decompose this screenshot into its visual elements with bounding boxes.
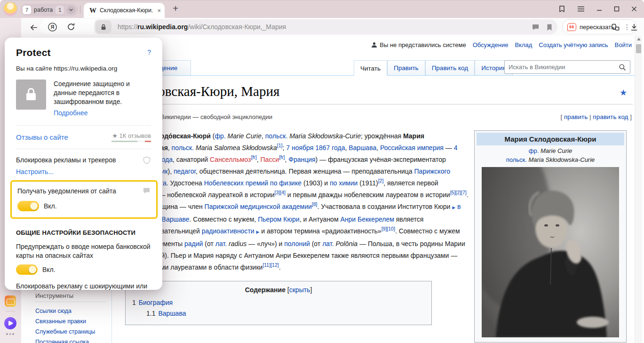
configure-link[interactable]: Настроить...: [16, 168, 151, 175]
lock-icon: [100, 24, 107, 31]
toc-item-biography[interactable]: 1Биография: [126, 297, 431, 308]
wikipedia-favicon: W: [89, 7, 96, 15]
toc-item-warsaw[interactable]: 1.1Варшава: [126, 308, 431, 319]
wiki-sidebar-tools: Инструменты Ссылки сюда Связанные правки…: [35, 292, 106, 343]
reviews-count: ★ 1К отзывов: [111, 132, 151, 142]
browser-menu-button[interactable]: [573, 0, 588, 18]
wiki-tab-read[interactable]: Читать: [354, 60, 387, 76]
sidebar-link-whatlinkshere[interactable]: Ссылки сюда: [35, 306, 106, 316]
downloads-button[interactable]: [629, 22, 639, 32]
chat-bubble-icon: [143, 187, 151, 194]
lock-icon: [24, 87, 38, 103]
portrait-photo[interactable]: [482, 167, 619, 337]
sidebar-link-specialpages[interactable]: Служебные страницы: [35, 327, 106, 337]
wiki-link-login[interactable]: Войти: [615, 41, 632, 48]
bookmark-icon: [546, 24, 553, 31]
card-warning-state: Вкл.: [42, 266, 56, 273]
site-security-button[interactable]: [95, 20, 111, 33]
back-arrow-icon: [29, 23, 38, 32]
bookmark-button[interactable]: [544, 22, 555, 32]
notifications-toggle[interactable]: [17, 201, 39, 211]
wiki-link-contributions[interactable]: Вклад: [515, 41, 532, 48]
profile-avatar[interactable]: [4, 2, 17, 16]
wiki-link-create-account[interactable]: Создать учётную запись: [539, 41, 608, 48]
browser-window: Вы не представились системе Обсуждение В…: [0, 0, 644, 343]
shield-icon: [143, 156, 151, 165]
edit-source-link[interactable]: править код: [593, 113, 628, 120]
refresh-icon: [66, 22, 76, 32]
connection-text: Соединение защищено и данные передаются …: [54, 80, 151, 106]
chevron-down-icon[interactable]: [67, 6, 75, 14]
wiki-search-box[interactable]: [504, 60, 630, 74]
scrollbar-thumb[interactable]: [636, 44, 641, 53]
infobox-name-pl: польск. Maria Skłodowska-Curie: [477, 156, 624, 163]
side-panels-button[interactable]: [554, 0, 569, 18]
download-icon: [630, 23, 638, 32]
security-section-title: ОБЩИЕ НАСТРОЙКИ БЕЗОПАСНОСТИ: [16, 229, 151, 236]
tab-title: Склодовская-Кюри, Ма: [100, 7, 152, 14]
browser-toolbar: https://ru.wikipedia.org/wiki/Склодовска…: [21, 18, 644, 36]
panels-icon: [557, 5, 566, 13]
wiki-view-tabs: Читать Править Править код История: [354, 36, 513, 76]
protect-popup: Protect ? Вы на сайте https://ru.wikiped…: [5, 38, 162, 290]
lead-paragraph: Мари́я Склодо́вская-Кюри́ (фр. Marie Cur…: [125, 130, 469, 273]
url-text[interactable]: https://ru.wikipedia.org/wiki/Склодовска…: [118, 18, 286, 36]
site-reviews-link[interactable]: Отзывы о сайте: [16, 133, 68, 141]
more-icon[interactable]: [6, 333, 14, 335]
sidebar-link-permalink[interactable]: Постоянная ссылка: [35, 337, 106, 343]
connection-lock-tile: [16, 80, 46, 110]
maximize-icon: [614, 6, 620, 12]
tab-separator: [80, 6, 80, 13]
sidebar-link-relatedchanges[interactable]: Связанные правки: [35, 316, 106, 327]
yandex-mail-icon[interactable]: [5, 295, 16, 307]
minimize-button[interactable]: [592, 0, 607, 18]
infobox-name-fr: фр. Marie Curie: [477, 147, 624, 154]
edit-link[interactable]: править: [564, 113, 588, 120]
active-browser-tab[interactable]: W Склодовская-Кюри, Ма ×: [84, 3, 165, 18]
card-warning-label: Предупреждать о вводе номера банковской …: [16, 242, 153, 260]
toc-title: Содержание [скрыть]: [126, 286, 431, 294]
back-button[interactable]: [28, 22, 39, 32]
watch-star-icon[interactable]: ★: [620, 88, 627, 98]
yandex-button[interactable]: Я: [47, 22, 57, 32]
retell-quotes-icon: 66: [567, 23, 576, 31]
protect-help-link[interactable]: ?: [147, 48, 151, 56]
wiki-tab-edit-source[interactable]: Править код: [425, 60, 475, 75]
tab-group-badge: 1: [56, 6, 64, 14]
page-title: Склодовская-Кюри, Мария: [122, 84, 633, 104]
notifications-label: Получать уведомления от сайта: [17, 187, 116, 196]
tab-group[interactable]: 7 работа 1: [21, 4, 78, 16]
retell-button[interactable]: 66 пересказать ⋮: [562, 19, 636, 34]
adblock-label: Блокировка рекламы и трекеров: [16, 156, 129, 165]
minimize-icon: [596, 6, 602, 12]
table-of-contents: Содержание [скрыть] 1Биография 1.1Варшав…: [125, 281, 432, 325]
new-tab-button[interactable]: +: [169, 3, 182, 15]
yandex-logo-icon: Я: [48, 22, 57, 32]
shock-ads-label: Блокировать рекламу с шокирующими или не…: [16, 282, 153, 290]
card-warning-toggle[interactable]: [16, 264, 38, 275]
reviews-rating-bar: [111, 141, 151, 142]
protect-title: Protect: [16, 47, 51, 58]
scroll-up-arrow-icon[interactable]: [637, 38, 641, 40]
infobox-title: Мария Склодовская-Кюри: [477, 133, 624, 145]
maximize-button[interactable]: [609, 0, 624, 18]
comments-button[interactable]: [530, 22, 541, 32]
close-button[interactable]: [627, 0, 642, 18]
alice-assistant-icon[interactable]: [4, 317, 16, 329]
comment-icon: [532, 24, 540, 31]
close-icon: [631, 6, 637, 12]
toc-hide-link[interactable]: скрыть: [289, 286, 310, 294]
wiki-search-input[interactable]: [509, 64, 619, 71]
page-scrollbar[interactable]: [635, 36, 642, 343]
tab-close-icon[interactable]: ×: [157, 7, 161, 14]
details-link[interactable]: Подробнее: [54, 109, 151, 117]
star-icon: ★: [112, 132, 118, 139]
hamburger-icon: [577, 6, 585, 12]
search-icon[interactable]: [619, 64, 626, 71]
extensions-button[interactable]: [610, 22, 620, 32]
refresh-button[interactable]: [66, 22, 76, 32]
tab-group-label: работа: [34, 7, 53, 13]
notifications-highlight-box: Получать уведомления от сайта Вкл.: [10, 180, 158, 219]
sidebar-heading-tools: Инструменты: [35, 292, 106, 302]
wiki-tab-edit[interactable]: Править: [387, 60, 425, 75]
